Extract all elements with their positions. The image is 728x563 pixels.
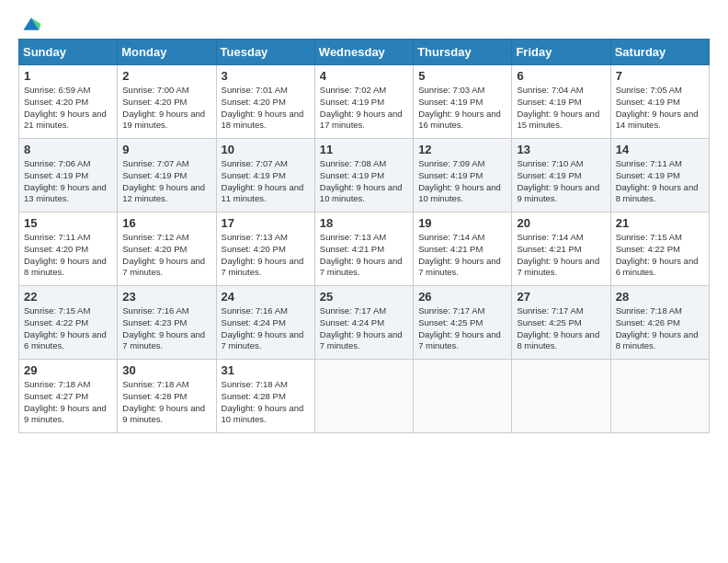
cell-sunset: Sunset: 4:19 PM: [616, 170, 704, 182]
calendar-week-row: 22Sunrise: 7:15 AMSunset: 4:22 PMDayligh…: [19, 286, 710, 360]
calendar-cell: 30Sunrise: 7:18 AMSunset: 4:28 PMDayligh…: [118, 360, 216, 433]
cell-sunrise: Sunrise: 7:17 AM: [320, 305, 408, 317]
logo: [18, 15, 42, 31]
cell-daylight: Daylight: 9 hours and 7 minutes.: [122, 256, 210, 280]
cell-sunrise: Sunrise: 7:18 AM: [24, 379, 112, 391]
cell-sunset: Sunset: 4:19 PM: [222, 170, 310, 182]
cell-daylight: Daylight: 9 hours and 9 minutes.: [122, 403, 210, 427]
cell-daylight: Daylight: 9 hours and 11 minutes.: [222, 182, 310, 206]
day-number: 27: [517, 290, 605, 304]
cell-sunset: Sunset: 4:28 PM: [222, 391, 310, 403]
cell-sunset: Sunset: 4:20 PM: [24, 244, 112, 256]
cell-daylight: Daylight: 9 hours and 6 minutes.: [24, 329, 112, 353]
cell-sunset: Sunset: 4:21 PM: [517, 244, 605, 256]
day-number: 24: [222, 290, 310, 304]
calendar-cell: 15Sunrise: 7:11 AMSunset: 4:20 PMDayligh…: [19, 213, 118, 286]
cell-sunset: Sunset: 4:19 PM: [517, 170, 605, 182]
cell-daylight: Daylight: 9 hours and 15 minutes.: [517, 109, 605, 132]
cell-daylight: Daylight: 9 hours and 17 minutes.: [320, 109, 408, 132]
cell-sunrise: Sunrise: 7:14 AM: [517, 232, 605, 244]
cell-sunrise: Sunrise: 7:00 AM: [122, 85, 210, 97]
day-number: 15: [24, 216, 112, 230]
cell-sunset: Sunset: 4:21 PM: [320, 244, 408, 256]
calendar-cell: 31Sunrise: 7:18 AMSunset: 4:28 PMDayligh…: [216, 360, 314, 433]
weekday-header-row: SundayMondayTuesdayWednesdayThursdayFrid…: [19, 40, 710, 65]
cell-daylight: Daylight: 9 hours and 7 minutes.: [122, 329, 210, 353]
calendar-cell: 13Sunrise: 7:10 AMSunset: 4:19 PMDayligh…: [512, 139, 610, 213]
calendar-cell: 3Sunrise: 7:01 AMSunset: 4:20 PMDaylight…: [216, 65, 314, 139]
cell-sunrise: Sunrise: 7:10 AM: [517, 158, 605, 170]
cell-daylight: Daylight: 9 hours and 10 minutes.: [418, 182, 506, 206]
calendar-cell: 16Sunrise: 7:12 AMSunset: 4:20 PMDayligh…: [118, 213, 216, 286]
calendar-week-row: 8Sunrise: 7:06 AMSunset: 4:19 PMDaylight…: [19, 139, 710, 213]
cell-sunset: Sunset: 4:20 PM: [122, 244, 210, 256]
cell-sunrise: Sunrise: 7:06 AM: [24, 158, 112, 170]
cell-sunset: Sunset: 4:20 PM: [222, 244, 310, 256]
cell-sunrise: Sunrise: 6:59 AM: [24, 85, 112, 97]
cell-daylight: Daylight: 9 hours and 7 minutes.: [517, 256, 605, 280]
day-number: 17: [222, 216, 310, 230]
calendar-cell: [314, 360, 413, 433]
cell-daylight: Daylight: 9 hours and 18 minutes.: [222, 109, 310, 132]
cell-daylight: Daylight: 9 hours and 7 minutes.: [418, 329, 506, 353]
day-number: 20: [517, 216, 605, 230]
calendar-week-row: 29Sunrise: 7:18 AMSunset: 4:27 PMDayligh…: [19, 360, 710, 433]
calendar-cell: 14Sunrise: 7:11 AMSunset: 4:19 PMDayligh…: [610, 139, 709, 213]
weekday-header-monday: Monday: [118, 40, 216, 65]
cell-sunset: Sunset: 4:22 PM: [24, 317, 112, 329]
day-number: 1: [24, 69, 112, 83]
day-number: 6: [517, 69, 605, 83]
calendar-cell: 25Sunrise: 7:17 AMSunset: 4:24 PMDayligh…: [314, 286, 413, 360]
weekday-header-sunday: Sunday: [19, 40, 118, 65]
cell-sunrise: Sunrise: 7:17 AM: [517, 305, 605, 317]
cell-sunset: Sunset: 4:20 PM: [24, 97, 112, 109]
weekday-header-thursday: Thursday: [414, 40, 512, 65]
day-number: 5: [418, 69, 506, 83]
calendar-cell: 23Sunrise: 7:16 AMSunset: 4:23 PMDayligh…: [118, 286, 216, 360]
calendar-cell: [414, 360, 512, 433]
day-number: 25: [320, 290, 408, 304]
cell-sunset: Sunset: 4:26 PM: [616, 317, 704, 329]
cell-daylight: Daylight: 9 hours and 16 minutes.: [418, 109, 506, 132]
cell-sunrise: Sunrise: 7:09 AM: [418, 158, 506, 170]
weekday-header-friday: Friday: [512, 40, 610, 65]
weekday-header-wednesday: Wednesday: [314, 40, 413, 65]
day-number: 23: [122, 290, 210, 304]
calendar-cell: 27Sunrise: 7:17 AMSunset: 4:25 PMDayligh…: [512, 286, 610, 360]
cell-sunrise: Sunrise: 7:16 AM: [122, 305, 210, 317]
cell-sunrise: Sunrise: 7:16 AM: [222, 305, 310, 317]
cell-sunrise: Sunrise: 7:17 AM: [418, 305, 506, 317]
cell-sunrise: Sunrise: 7:03 AM: [418, 85, 506, 97]
cell-daylight: Daylight: 9 hours and 7 minutes.: [320, 329, 408, 353]
day-number: 8: [24, 143, 112, 156]
day-number: 29: [24, 363, 112, 377]
calendar-cell: 10Sunrise: 7:07 AMSunset: 4:19 PMDayligh…: [216, 139, 314, 213]
cell-sunrise: Sunrise: 7:02 AM: [320, 85, 408, 97]
day-number: 12: [418, 143, 506, 156]
calendar-week-row: 15Sunrise: 7:11 AMSunset: 4:20 PMDayligh…: [19, 213, 710, 286]
cell-daylight: Daylight: 9 hours and 9 minutes.: [517, 182, 605, 206]
cell-sunrise: Sunrise: 7:07 AM: [222, 158, 310, 170]
day-number: 18: [320, 216, 408, 230]
day-number: 11: [320, 143, 408, 156]
calendar-cell: 19Sunrise: 7:14 AMSunset: 4:21 PMDayligh…: [414, 213, 512, 286]
cell-sunset: Sunset: 4:24 PM: [222, 317, 310, 329]
day-number: 21: [616, 216, 704, 230]
day-number: 30: [122, 363, 210, 377]
day-number: 19: [418, 216, 506, 230]
cell-daylight: Daylight: 9 hours and 7 minutes.: [418, 256, 506, 280]
cell-sunrise: Sunrise: 7:18 AM: [616, 305, 704, 317]
calendar-cell: 8Sunrise: 7:06 AMSunset: 4:19 PMDaylight…: [19, 139, 118, 213]
calendar-cell: 22Sunrise: 7:15 AMSunset: 4:22 PMDayligh…: [19, 286, 118, 360]
calendar-cell: 9Sunrise: 7:07 AMSunset: 4:19 PMDaylight…: [118, 139, 216, 213]
calendar-cell: 21Sunrise: 7:15 AMSunset: 4:22 PMDayligh…: [610, 213, 709, 286]
cell-sunrise: Sunrise: 7:15 AM: [24, 305, 112, 317]
weekday-header-saturday: Saturday: [610, 40, 709, 65]
calendar-cell: 4Sunrise: 7:02 AMSunset: 4:19 PMDaylight…: [314, 65, 413, 139]
calendar-cell: 20Sunrise: 7:14 AMSunset: 4:21 PMDayligh…: [512, 213, 610, 286]
day-number: 3: [222, 69, 310, 83]
cell-sunset: Sunset: 4:19 PM: [24, 170, 112, 182]
cell-daylight: Daylight: 9 hours and 12 minutes.: [122, 182, 210, 206]
cell-daylight: Daylight: 9 hours and 9 minutes.: [24, 403, 112, 427]
day-number: 22: [24, 290, 112, 304]
